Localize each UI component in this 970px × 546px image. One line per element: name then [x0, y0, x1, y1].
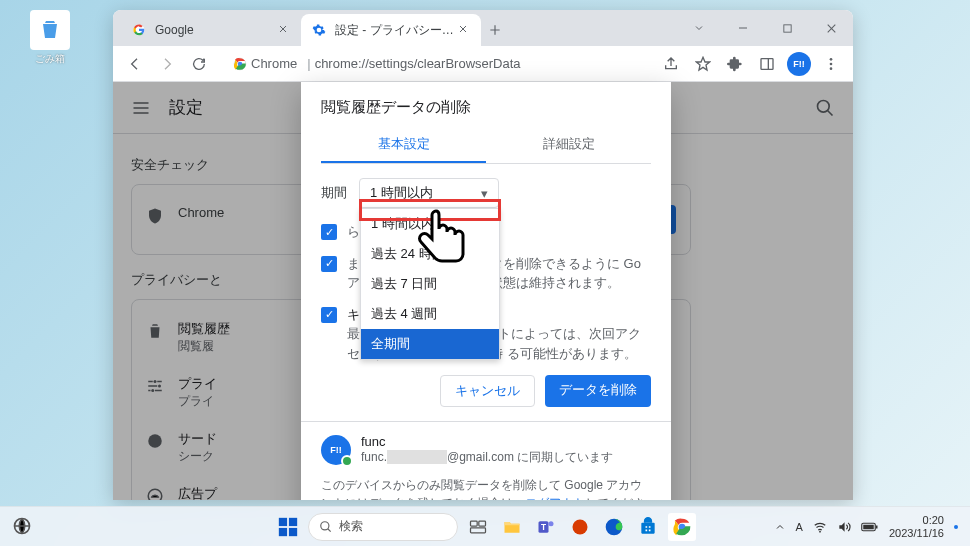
maximize-button[interactable]	[765, 10, 809, 46]
explorer-button[interactable]	[498, 513, 526, 541]
widgets-button[interactable]	[12, 516, 34, 538]
tray-chevron-icon[interactable]	[774, 521, 786, 533]
notification-indicator[interactable]	[954, 525, 958, 529]
svg-rect-21	[479, 521, 486, 526]
tab-google-title: Google	[155, 23, 277, 37]
address-bar[interactable]: Chrome | chrome://settings/clearBrowserD…	[223, 50, 647, 78]
tab-strip: Google 設定 - プライバシーとセキュリティ	[113, 10, 853, 46]
tab-basic[interactable]: 基本設定	[321, 127, 486, 163]
taskbar-clock[interactable]: 0:20 2023/11/16	[889, 514, 944, 538]
svg-rect-1	[783, 24, 790, 31]
svg-point-31	[819, 530, 821, 532]
ime-indicator[interactable]: A	[796, 521, 803, 533]
svg-rect-22	[471, 527, 486, 532]
minimize-button[interactable]	[721, 10, 765, 46]
dialog-title: 閲覧履歴データの削除	[321, 98, 651, 117]
taskbar-search[interactable]: 検索	[308, 513, 458, 541]
svg-rect-18	[289, 527, 297, 535]
svg-point-24	[549, 521, 554, 526]
option-all-time[interactable]: 全期間	[361, 329, 499, 359]
teams-button[interactable]: T	[532, 513, 560, 541]
google-favicon	[131, 22, 147, 38]
reload-button[interactable]	[185, 50, 213, 78]
signout-note: このデバイスからのみ閲覧データを削除して Google アカウントにはデータを残…	[321, 476, 651, 500]
cancel-button[interactable]: キャンセル	[440, 375, 535, 407]
svg-rect-16	[289, 517, 297, 525]
sidepanel-icon[interactable]	[753, 50, 781, 78]
clear-browsing-data-dialog: 閲覧履歴データの削除 基本設定 詳細設定 期間 1 時間以内 ▾ 1 時間以内 …	[301, 82, 671, 500]
browser-window: Google 設定 - プライバシーとセキュリティ	[113, 10, 853, 500]
option-last-4w[interactable]: 過去 4 週間	[361, 299, 499, 329]
divider	[301, 421, 671, 422]
edge-button[interactable]	[600, 513, 628, 541]
taskbar: 検索 T A 0:20 2023/11/16	[0, 506, 970, 546]
tab-close-icon[interactable]	[457, 23, 471, 37]
tab-settings-title: 設定 - プライバシーとセキュリティ	[335, 22, 457, 39]
store-button[interactable]	[634, 513, 662, 541]
sync-badge-icon	[341, 455, 353, 467]
account-avatar: F!!	[321, 435, 351, 465]
svg-rect-28	[641, 522, 654, 533]
share-icon[interactable]	[657, 50, 685, 78]
svg-point-26	[573, 519, 588, 534]
option-last-24h[interactable]: 過去 24 時間	[361, 239, 499, 269]
recycle-bin[interactable]: ごみ箱	[25, 10, 75, 66]
account-info: F!! func func.xxxx@gmail.com に同期しています	[321, 434, 651, 466]
profile-avatar[interactable]: F!!	[785, 50, 813, 78]
logout-link[interactable]: ログアウト	[525, 496, 585, 500]
window-dropdown-button[interactable]	[677, 10, 721, 46]
tab-advanced[interactable]: 詳細設定	[486, 127, 651, 163]
svg-point-5	[830, 58, 833, 61]
time-range-dropdown: 1 時間以内 過去 24 時間 過去 7 日間 過去 4 週間 全期間	[360, 208, 500, 360]
tab-google[interactable]: Google	[121, 14, 301, 46]
extensions-icon[interactable]	[721, 50, 749, 78]
task-view-button[interactable]	[464, 513, 492, 541]
recycle-bin-icon	[30, 10, 70, 50]
recycle-bin-label: ごみ箱	[25, 52, 75, 66]
svg-rect-17	[279, 527, 287, 535]
svg-rect-4	[761, 58, 773, 69]
close-button[interactable]	[809, 10, 853, 46]
option-last-7d[interactable]: 過去 7 日間	[361, 269, 499, 299]
wifi-icon[interactable]	[813, 520, 827, 534]
svg-point-7	[830, 67, 833, 70]
annotation-frame	[359, 199, 501, 221]
chrome-taskbar-button[interactable]	[668, 513, 696, 541]
svg-text:T: T	[541, 522, 546, 532]
app-button[interactable]	[566, 513, 594, 541]
svg-point-19	[321, 521, 329, 529]
svg-point-6	[830, 62, 833, 65]
delete-data-button[interactable]: データを削除	[545, 375, 651, 407]
checkbox-checked-icon: ✓	[321, 307, 337, 323]
checkbox-checked-icon: ✓	[321, 224, 337, 240]
toolbar: Chrome | chrome://settings/clearBrowserD…	[113, 46, 853, 82]
tab-settings[interactable]: 設定 - プライバシーとセキュリティ	[301, 14, 481, 46]
forward-button[interactable]	[153, 50, 181, 78]
svg-rect-34	[876, 525, 878, 528]
svg-rect-15	[279, 517, 287, 525]
url-text: chrome://settings/clearBrowserData	[315, 56, 521, 71]
new-tab-button[interactable]	[481, 16, 509, 44]
period-label: 期間	[321, 184, 347, 202]
back-button[interactable]	[121, 50, 149, 78]
battery-icon[interactable]	[861, 521, 879, 533]
menu-icon[interactable]	[817, 50, 845, 78]
svg-rect-33	[863, 524, 874, 529]
bookmark-icon[interactable]	[689, 50, 717, 78]
volume-icon[interactable]	[837, 520, 851, 534]
svg-rect-20	[471, 521, 478, 526]
window-controls	[677, 10, 853, 46]
checkbox-checked-icon: ✓	[321, 256, 337, 272]
start-button[interactable]	[274, 513, 302, 541]
tab-close-icon[interactable]	[277, 23, 291, 37]
gear-icon	[311, 22, 327, 38]
chrome-chip: Chrome	[233, 56, 297, 71]
